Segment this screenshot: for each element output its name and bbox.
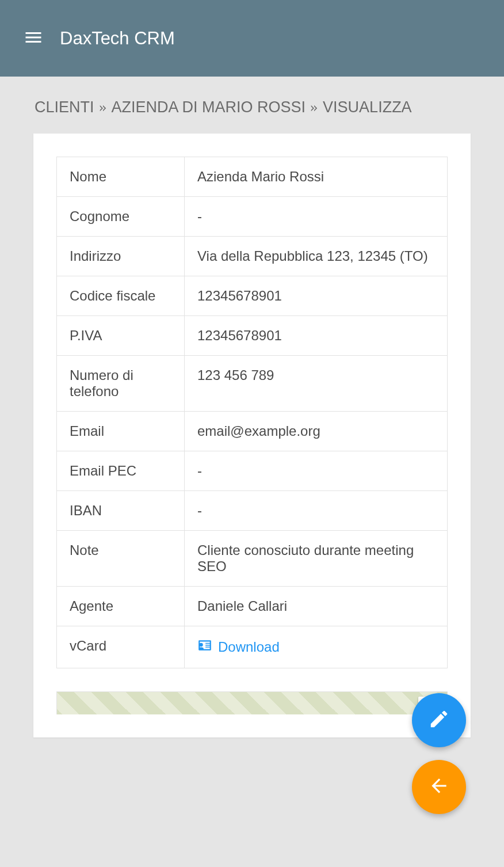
row-label: Nome	[57, 157, 185, 197]
breadcrumb-item-clienti[interactable]: CLIENTI	[35, 98, 94, 116]
chevron-double-right-icon	[98, 98, 108, 116]
row-value: 12345678901	[185, 276, 448, 316]
table-row: Email email@example.org	[57, 412, 448, 451]
row-label: P.IVA	[57, 316, 185, 356]
row-value: Cliente conosciuto durante meeting SEO	[185, 531, 448, 587]
vcard-download-link[interactable]: Download	[197, 638, 280, 656]
back-fab-button[interactable]	[412, 760, 466, 814]
table-row: Email PEC -	[57, 451, 448, 491]
table-row-vcard: vCard Download	[57, 626, 448, 668]
chevron-double-right-icon	[309, 98, 319, 116]
table-row: Indirizzo Via della Repubblica 123, 1234…	[57, 237, 448, 276]
row-value: Azienda Mario Rossi	[185, 157, 448, 197]
row-label: Cognome	[57, 197, 185, 237]
row-value: email@example.org	[185, 412, 448, 451]
map-area[interactable]	[56, 691, 448, 714]
menu-icon[interactable]	[23, 27, 44, 50]
pencil-icon	[428, 708, 450, 732]
edit-fab-button[interactable]	[412, 693, 466, 747]
row-label: Agente	[57, 587, 185, 626]
table-row: Agente Daniele Callari	[57, 587, 448, 626]
row-value: -	[185, 491, 448, 531]
row-label: Indirizzo	[57, 237, 185, 276]
row-value: 12345678901	[185, 316, 448, 356]
row-label: Numero di telefono	[57, 356, 185, 412]
row-label: Email	[57, 412, 185, 451]
app-header: DaxTech CRM	[0, 0, 504, 77]
breadcrumb-item-visualizza: VISUALIZZA	[323, 98, 412, 116]
row-label: Codice fiscale	[57, 276, 185, 316]
details-card: Nome Azienda Mario Rossi Cognome - Indir…	[33, 134, 471, 737]
vcard-icon	[197, 638, 212, 656]
row-value: Via della Repubblica 123, 12345 (TO)	[185, 237, 448, 276]
vcard-download-text: Download	[218, 639, 280, 655]
details-table: Nome Azienda Mario Rossi Cognome - Indir…	[56, 157, 448, 668]
row-label: IBAN	[57, 491, 185, 531]
breadcrumb-item-azienda[interactable]: AZIENDA DI MARIO ROSSI	[112, 98, 306, 116]
table-row: Codice fiscale 12345678901	[57, 276, 448, 316]
app-title: DaxTech CRM	[60, 28, 175, 49]
table-row: IBAN -	[57, 491, 448, 531]
table-row: Numero di telefono 123 456 789	[57, 356, 448, 412]
row-value: -	[185, 197, 448, 237]
row-value: -	[185, 451, 448, 491]
row-value: 123 456 789	[185, 356, 448, 412]
breadcrumb: CLIENTI AZIENDA DI MARIO ROSSI VISUALIZZ…	[0, 77, 504, 134]
table-row: Note Cliente conosciuto durante meeting …	[57, 531, 448, 587]
table-row: Nome Azienda Mario Rossi	[57, 157, 448, 197]
table-row: Cognome -	[57, 197, 448, 237]
row-label: Email PEC	[57, 451, 185, 491]
row-label: Note	[57, 531, 185, 587]
table-row: P.IVA 12345678901	[57, 316, 448, 356]
row-value-vcard: Download	[185, 626, 448, 668]
arrow-left-icon	[428, 775, 450, 799]
row-value: Daniele Callari	[185, 587, 448, 626]
row-label: vCard	[57, 626, 185, 668]
